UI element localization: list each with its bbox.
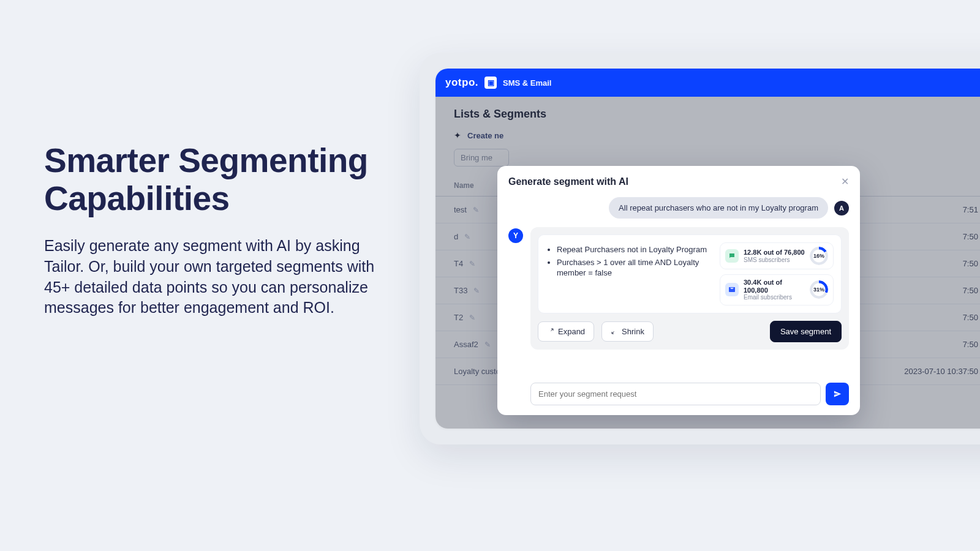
app-window: yotpo. ▣ SMS & Email Lists & Segments Cr… (435, 69, 980, 429)
brand-logo-dot: . (475, 77, 478, 89)
hero-title: Smarter Segmenting Capabilities (44, 142, 387, 217)
stat-column: 12.8K out of 76,800 SMS subscribers 16% (720, 242, 834, 305)
ai-actions: Expand Shrink Save segment (538, 321, 842, 342)
modal-title: Generate segment with AI (508, 176, 628, 187)
ai-card: Repeat Purchasers not in Loyalty Program… (530, 227, 849, 350)
user-avatar: A (834, 201, 849, 216)
expand-label: Expand (558, 327, 585, 336)
user-message-row: All repeat purchasers who are not in my … (508, 197, 849, 219)
shrink-button[interactable]: Shrink (601, 321, 654, 342)
brand-logo-word: yotpo (445, 77, 475, 88)
ai-bullet: Repeat Purchasers not in Loyalty Program (557, 244, 711, 255)
stat-email-sub: Email subscribers (744, 294, 805, 301)
prompt-row (497, 375, 860, 415)
brand-mark-icon: ▣ (484, 77, 497, 89)
ai-bullet: Purchases > 1 over all time AND Loyalty … (557, 257, 711, 279)
expand-icon (547, 328, 554, 335)
stat-sms: 12.8K out of 76,800 SMS subscribers 16% (720, 242, 834, 269)
stat-email-headline: 30.4K out of 100,800 (744, 279, 805, 294)
expand-button[interactable]: Expand (538, 321, 594, 342)
brand-product-label: SMS & Email (503, 78, 551, 88)
stat-email: 30.4K out of 100,800 Email subscribers 3… (720, 274, 834, 305)
stat-sms-headline: 12.8K out of 76,800 (744, 249, 805, 257)
stat-sms-sub: SMS subscribers (744, 257, 805, 264)
ai-avatar: Y (508, 228, 523, 243)
email-icon (725, 283, 739, 296)
send-button[interactable] (826, 383, 849, 405)
app-body: Lists & Segments Cr ✦ Create ne Bring me… (435, 97, 980, 429)
send-icon (833, 389, 842, 399)
close-icon[interactable]: ✕ (841, 176, 849, 187)
brand-bar: yotpo. ▣ SMS & Email (435, 69, 980, 97)
modal-header: Generate segment with AI ✕ (497, 166, 860, 190)
brand-logo-text: yotpo. (445, 77, 478, 89)
save-segment-button[interactable]: Save segment (770, 321, 842, 342)
save-label: Save segment (780, 327, 831, 336)
ai-response-row: Y Repeat Purchasers not in Loyalty Progr… (508, 227, 849, 350)
stat-email-ring: 31% (810, 280, 828, 299)
segment-prompt-input[interactable] (530, 383, 821, 405)
ai-bullet-list: Repeat Purchasers not in Loyalty Program… (546, 244, 711, 279)
shrink-icon (611, 328, 618, 335)
shrink-label: Shrink (622, 327, 644, 336)
chat-area: All repeat purchasers who are not in my … (497, 190, 860, 375)
ai-segment-modal: Generate segment with AI ✕ All repeat pu… (497, 166, 860, 415)
device-frame: yotpo. ▣ SMS & Email Lists & Segments Cr… (420, 53, 980, 444)
hero-body: Easily generate any segment with AI by a… (44, 236, 387, 318)
ai-summary: Repeat Purchasers not in Loyalty Program… (538, 234, 842, 313)
ai-bullets: Repeat Purchasers not in Loyalty Program… (546, 242, 711, 305)
sms-icon (725, 249, 739, 263)
user-message: All repeat purchasers who are not in my … (609, 197, 828, 219)
stat-sms-ring: 16% (810, 247, 828, 265)
